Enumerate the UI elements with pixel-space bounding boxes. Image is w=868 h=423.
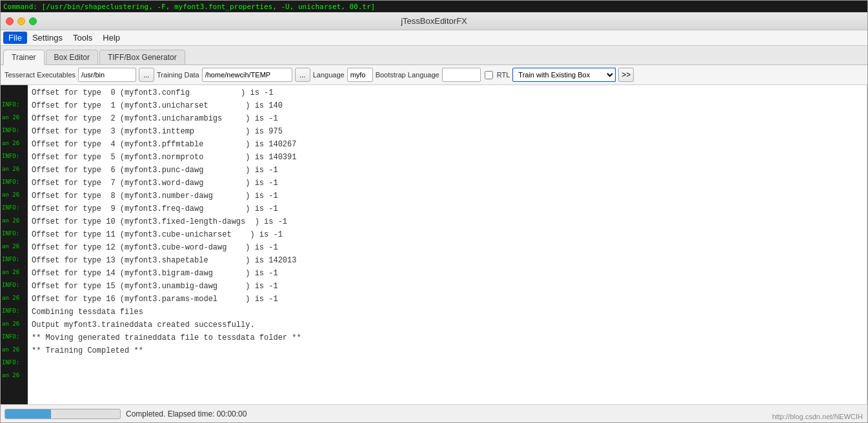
window-title: jTessBoxEditorFX <box>401 16 467 26</box>
log-line: Offset for type 8 (myfont3.number-dawg )… <box>32 190 863 202</box>
toolbar: Tesseract Executables ... Training Data … <box>1 65 867 85</box>
menu-settings[interactable]: Settings <box>27 32 68 44</box>
log-line: Offset for type 6 (myfont3.punc-dawg ) i… <box>32 164 863 177</box>
command-text: Command: [/usr/bin/shapeclustering, -F, … <box>3 3 375 11</box>
mode-select[interactable]: Train with Existing Box Make Box File Tr… <box>512 68 616 82</box>
log-line: Offset for type 13 (myfont3.shapetable )… <box>32 254 863 267</box>
minimize-button[interactable] <box>17 17 25 25</box>
bootstrap-label: Bootstrap Language <box>376 71 439 79</box>
maximize-button[interactable] <box>29 17 37 25</box>
log-line: Offset for type 16 (myfont3.params-model… <box>32 293 863 306</box>
log-line: Offset for type 12 (myfont3.cube-word-da… <box>32 241 863 254</box>
footer-url: http://blog.csdn.net/NEWCIH <box>772 413 863 420</box>
traffic-lights <box>6 17 37 25</box>
language-input[interactable] <box>347 68 373 82</box>
status-bar: Completed. Elapsed time: 00:00:00 http:/… <box>1 404 867 422</box>
tab-tiff-box[interactable]: TIFF/Box Generator <box>99 50 185 64</box>
command-bar: Command: [/usr/bin/shapeclustering, -F, … <box>1 1 867 12</box>
log-line: Offset for type 5 (myfont3.normproto ) i… <box>32 151 863 164</box>
traindata-input[interactable] <box>202 68 292 82</box>
status-text: Completed. Elapsed time: 00:00:00 <box>126 409 247 418</box>
log-line: ** Training Completed ** <box>32 344 863 357</box>
log-line: Output myfont3.traineddata created succe… <box>32 319 863 331</box>
traindata-label: Training Data <box>157 71 199 79</box>
progress-bar-container <box>5 409 121 419</box>
tessexec-label: Tesseract Executables <box>5 71 76 79</box>
side-labels: INFO: an 26 INFO: an 26 INFO: an 26 INFO… <box>1 85 28 404</box>
title-bar: jTessBoxEditorFX <box>1 12 867 30</box>
main-window: Command: [/usr/bin/shapeclustering, -F, … <box>0 0 868 423</box>
traindata-browse-button[interactable]: ... <box>295 68 310 82</box>
language-label: Language <box>313 71 345 79</box>
tessexec-input[interactable] <box>78 68 136 82</box>
rtl-label: RTL <box>497 71 510 79</box>
log-area[interactable]: Offset for type 0 (myfont3.config ) is -… <box>28 85 867 404</box>
bootstrap-input[interactable] <box>442 68 481 82</box>
tab-bar: Trainer Box Editor TIFF/Box Generator <box>1 46 867 65</box>
log-line: Offset for type 2 (myfont3.unicharambigs… <box>32 112 863 125</box>
tessexec-browse-button[interactable]: ... <box>139 68 154 82</box>
log-line: Offset for type 1 (myfont3.unicharset ) … <box>32 99 863 112</box>
rtl-checkbox[interactable] <box>485 71 493 79</box>
log-line: Offset for type 11 (myfont3.cube-unichar… <box>32 228 863 241</box>
menu-tools[interactable]: Tools <box>68 32 97 44</box>
close-button[interactable] <box>6 17 14 25</box>
tab-trainer[interactable]: Trainer <box>3 50 45 65</box>
content-wrapper: INFO: an 26 INFO: an 26 INFO: an 26 INFO… <box>1 85 867 404</box>
log-line: Offset for type 3 (myfont3.inttemp ) is … <box>32 125 863 138</box>
log-line: Offset for type 15 (myfont3.unambig-dawg… <box>32 280 863 293</box>
log-line: Combining tessdata files <box>32 306 863 319</box>
log-line: ** Moving generated traineddata file to … <box>32 331 863 344</box>
progress-bar-fill <box>5 409 51 418</box>
log-line: Offset for type 14 (myfont3.bigram-dawg … <box>32 267 863 280</box>
log-line: Offset for type 7 (myfont3.word-dawg ) i… <box>32 177 863 190</box>
menu-help[interactable]: Help <box>97 32 125 44</box>
run-button[interactable]: >> <box>618 68 634 82</box>
log-line: Offset for type 10 (myfont3.fixed-length… <box>32 215 863 228</box>
tab-box-editor[interactable]: Box Editor <box>46 50 98 64</box>
menu-file[interactable]: File <box>3 32 27 44</box>
log-line: Offset for type 4 (myfont3.pffmtable ) i… <box>32 138 863 151</box>
mode-select-group: Train with Existing Box Make Box File Tr… <box>512 68 616 82</box>
log-line: Offset for type 9 (myfont3.freq-dawg ) i… <box>32 202 863 215</box>
log-line: Offset for type 0 (myfont3.config ) is -… <box>32 86 863 99</box>
menu-bar: File Settings Tools Help <box>1 30 867 46</box>
